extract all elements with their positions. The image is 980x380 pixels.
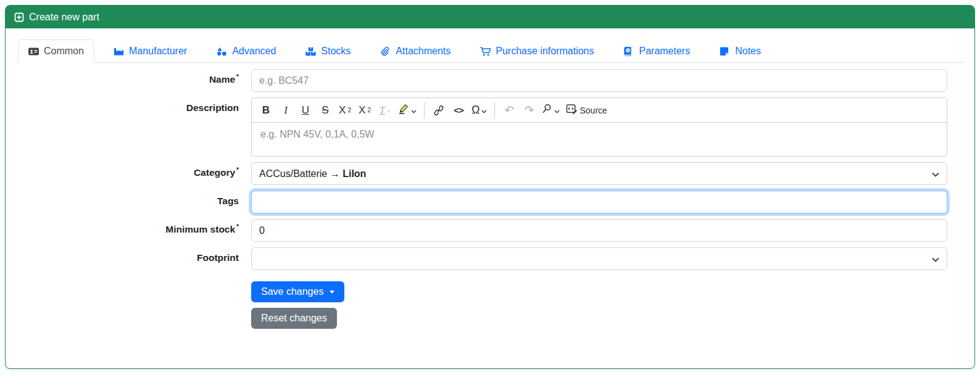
link-button[interactable] xyxy=(430,101,448,120)
save-changes-button[interactable]: Save changes xyxy=(251,281,344,302)
paperclip-icon xyxy=(380,47,391,56)
reset-changes-button[interactable]: Reset changes xyxy=(251,308,337,329)
caret-down-icon xyxy=(330,291,334,294)
book-atlas-icon xyxy=(623,47,634,56)
toolbar-separator xyxy=(494,102,495,118)
tab-parameters[interactable]: Parameters xyxy=(613,39,700,63)
editor-toolbar: B I U S X2 X2 Tx xyxy=(252,98,947,123)
highlight-button[interactable] xyxy=(395,101,419,120)
address-card-icon xyxy=(28,47,39,56)
tab-label: Stocks xyxy=(321,46,351,57)
footprint-row: Footprint xyxy=(15,247,965,270)
tab-purchase-informations[interactable]: Purchase informations xyxy=(470,39,604,63)
description-editor-content[interactable]: e.g. NPN 45V, 0,1A, 0,5W xyxy=(252,123,947,156)
name-input[interactable] xyxy=(251,69,947,92)
remove-format-button[interactable]: Tx xyxy=(375,101,394,120)
undo-button[interactable]: ↶ xyxy=(500,101,518,120)
footprint-label: Footprint xyxy=(15,247,251,263)
category-label: Category* xyxy=(15,162,251,178)
tab-advanced[interactable]: Advanced xyxy=(206,39,286,63)
tab-label: Purchase informations xyxy=(496,46,594,57)
category-select[interactable]: ACCus/Batterie → LiIon xyxy=(251,162,947,185)
chevron-down-icon xyxy=(411,104,417,117)
find-replace-button[interactable] xyxy=(539,101,562,120)
strikethrough-button[interactable]: S xyxy=(316,101,334,120)
category-value-leaf: LiIon xyxy=(343,168,366,179)
tab-label: Advanced xyxy=(232,46,276,57)
factory-icon xyxy=(114,47,124,56)
redo-button[interactable]: ↷ xyxy=(520,101,538,120)
source-button-label: Source xyxy=(579,105,607,115)
minimum-stock-label: Minimum stock* xyxy=(15,219,251,235)
tab-attachments[interactable]: Attachments xyxy=(370,39,461,63)
shapes-icon xyxy=(217,47,227,56)
highlighter-icon xyxy=(397,104,409,117)
tags-input[interactable] xyxy=(251,191,947,213)
description-label: Description xyxy=(15,97,251,114)
cart-icon xyxy=(480,47,491,56)
tab-label: Parameters xyxy=(639,46,690,57)
source-button[interactable]: Source xyxy=(563,101,609,120)
page-title: Create new part xyxy=(29,12,99,23)
footprint-select[interactable] xyxy=(251,247,947,270)
category-value-prefix: ACCus/Batterie → xyxy=(259,168,343,179)
required-marker: * xyxy=(236,73,239,80)
tags-row: Tags xyxy=(15,191,965,213)
minimum-stock-input[interactable] xyxy=(251,219,947,242)
card-header: Create new part xyxy=(6,6,974,28)
tab-stocks[interactable]: Stocks xyxy=(295,39,361,63)
name-label: Name* xyxy=(15,69,251,85)
chevron-down-icon xyxy=(932,168,939,180)
magnifier-icon xyxy=(542,104,552,117)
subscript-button[interactable]: X2 xyxy=(336,101,354,120)
superscript-button[interactable]: X2 xyxy=(355,101,374,120)
minimum-stock-row: Minimum stock* xyxy=(15,219,965,242)
underline-button[interactable]: U xyxy=(296,101,315,120)
category-row: Category* ACCus/Batterie → LiIon xyxy=(15,162,965,185)
tab-label: Manufacturer xyxy=(129,46,187,57)
sticky-note-icon xyxy=(720,47,730,56)
boxes-icon xyxy=(305,47,316,56)
common-tab-panel: Name* Description B I U xyxy=(15,63,965,329)
special-characters-button[interactable]: Ω xyxy=(469,101,489,120)
description-placeholder: e.g. NPN 45V, 0,1A, 0,5W xyxy=(260,129,374,139)
required-marker: * xyxy=(236,167,239,173)
rich-text-editor: B I U S X2 X2 Tx xyxy=(251,97,947,157)
chevron-down-icon xyxy=(481,104,487,117)
toolbar-separator xyxy=(424,102,425,118)
required-marker: * xyxy=(236,223,239,230)
tab-common[interactable]: Common xyxy=(18,39,94,63)
bold-button[interactable]: B xyxy=(257,101,275,120)
save-button-row: Save changes xyxy=(15,281,965,302)
square-plus-icon xyxy=(14,12,24,22)
tab-label: Attachments xyxy=(396,46,451,57)
description-row: Description B I U S X2 X2 Tx xyxy=(15,97,965,157)
name-row: Name* xyxy=(15,69,965,92)
page: Create new part Common Manufacturer xyxy=(0,0,980,380)
source-icon xyxy=(566,104,578,117)
tags-label: Tags xyxy=(15,191,251,207)
create-part-card: Create new part Common Manufacturer xyxy=(5,5,975,369)
tab-bar: Common Manufacturer Advanced xyxy=(15,39,965,63)
tab-manufacturer[interactable]: Manufacturer xyxy=(103,39,197,63)
tab-label: Notes xyxy=(735,46,761,57)
code-button[interactable]: <> xyxy=(449,101,468,120)
reset-button-row: Reset changes xyxy=(15,308,965,329)
tab-label: Common xyxy=(44,46,84,57)
tab-notes[interactable]: Notes xyxy=(709,39,771,63)
chevron-down-icon xyxy=(554,104,560,117)
chevron-down-icon xyxy=(932,254,939,265)
italic-button[interactable]: I xyxy=(276,101,295,120)
